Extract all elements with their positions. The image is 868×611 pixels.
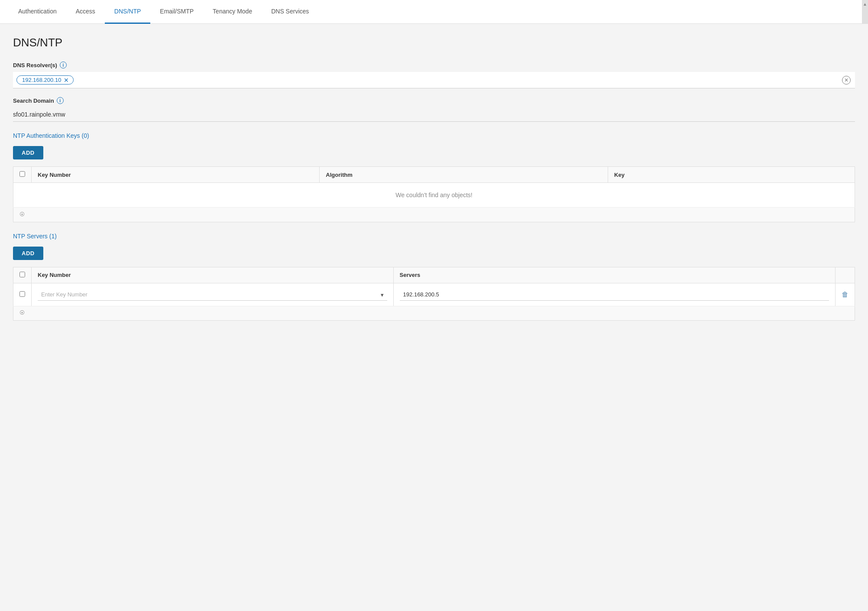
ntp-auth-col-key: Key [608,167,855,183]
ntp-servers-table: Key Number Servers Enter Key Number [13,267,855,321]
ntp-servers-col-servers: Servers [393,267,835,283]
tab-tenancy-mode[interactable]: Tenancy Mode [203,0,262,24]
ntp-servers-select-all-header [13,267,32,283]
main-content: DNS/NTP DNS Resolver(s) i 192.168.200.10… [0,24,868,609]
search-domain-info-icon[interactable]: i [57,97,64,104]
ntp-servers-select-all-checkbox[interactable] [19,272,25,277]
dns-resolver-tag: 192.168.200.10 ✕ [16,75,74,84]
ntp-servers-row-1-delete-icon[interactable]: 🗑 [842,291,849,298]
ntp-servers-header[interactable]: NTP Servers (1) [13,233,855,240]
tab-authentication[interactable]: Authentication [9,0,66,24]
tab-dns-ntp[interactable]: DNS/NTP [105,0,150,24]
ntp-auth-col-key-number: Key Number [32,167,320,183]
tabs-bar: Authentication Access DNS/NTP Email/SMTP… [0,0,868,24]
tab-email-smtp[interactable]: Email/SMTP [150,0,203,24]
ntp-servers-resize-handle[interactable]: ⦿ [19,310,25,317]
scroll-up-indicator[interactable] [862,0,868,23]
search-domain-value: sfo01.rainpole.vmw [13,111,65,118]
ntp-auth-col-algorithm: Algorithm [320,167,608,183]
ntp-servers-row-1-key-select-wrapper[interactable]: Enter Key Number [38,289,387,301]
ntp-auth-table: Key Number Algorithm Key We couldn't fin… [13,166,855,222]
ntp-servers-table-header-row: Key Number Servers [13,267,855,283]
ntp-servers-row-1-server-cell[interactable] [393,283,835,306]
ntp-auth-keys-header[interactable]: NTP Authentication Keys (0) [13,132,855,139]
ntp-auth-empty-message: We couldn't find any objects! [13,183,855,208]
ntp-servers-footer-row: ⦿ [13,306,855,321]
ntp-auth-empty-row: We couldn't find any objects! [13,183,855,208]
dns-resolvers-section: DNS Resolver(s) i 192.168.200.10 ✕ ✕ [13,62,855,88]
search-domain-label: Search Domain i [13,97,855,104]
ntp-servers-row-1-server-input[interactable] [400,289,829,301]
tab-dns-services[interactable]: DNS Services [262,0,318,24]
ntp-servers-add-button[interactable]: ADD [13,247,43,260]
ntp-auth-footer-row: ⦿ [13,208,855,222]
ntp-auth-select-all-header [13,167,32,183]
dns-resolvers-clear-button[interactable]: ✕ [842,76,851,84]
ntp-auth-table-header-row: Key Number Algorithm Key [13,167,855,183]
tab-access[interactable]: Access [66,0,105,24]
ntp-servers-row-1-key-select[interactable]: Enter Key Number [38,289,387,301]
search-domain-input[interactable]: sfo01.rainpole.vmw [13,107,855,122]
search-domain-section: Search Domain i sfo01.rainpole.vmw [13,97,855,122]
dns-resolver-tag-remove[interactable]: ✕ [64,77,69,83]
ntp-auth-footer: ⦿ [13,208,855,222]
ntp-servers-row-1: Enter Key Number 🗑 [13,283,855,306]
ntp-auth-resize-handle[interactable]: ⦿ [19,211,25,218]
ntp-servers-row-1-delete-cell: 🗑 [836,283,855,306]
ntp-servers-row-1-key-number-cell[interactable]: Enter Key Number [32,283,394,306]
page-title: DNS/NTP [13,36,855,49]
dns-resolvers-input[interactable]: 192.168.200.10 ✕ ✕ [13,72,855,88]
ntp-servers-col-actions [836,267,855,283]
ntp-servers-row-1-checkbox-cell [13,283,32,306]
ntp-servers-footer: ⦿ [13,306,855,321]
ntp-servers-row-1-checkbox[interactable] [19,291,25,297]
ntp-auth-select-all-checkbox[interactable] [19,171,25,177]
dns-resolvers-info-icon[interactable]: i [60,62,67,68]
ntp-servers-col-key-number: Key Number [32,267,394,283]
dns-resolvers-label: DNS Resolver(s) i [13,62,855,68]
ntp-auth-add-button[interactable]: ADD [13,146,43,159]
